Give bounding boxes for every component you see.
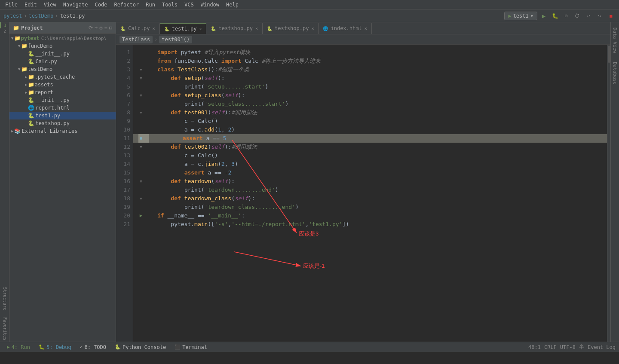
tree-init2[interactable]: ▶ 🐍 __init__.py	[9, 96, 116, 104]
fold-test002[interactable]: ▼	[133, 143, 149, 151]
menu-tools[interactable]: Tools	[159, 1, 181, 9]
event-log-label[interactable]: Event Log	[588, 344, 616, 350]
debug-button-bottom[interactable]: 🐛 5: Debug	[35, 343, 75, 351]
breadcrumb-pytest[interactable]: pytest	[3, 13, 22, 19]
sync-icon[interactable]: ⟳	[89, 25, 93, 31]
run-config-dropdown[interactable]: ▶ test1 ▾	[504, 12, 537, 20]
run-forward-button[interactable]: ↪	[595, 11, 604, 21]
tree-report-html[interactable]: ▶ 🌐 report.html	[9, 104, 116, 112]
scrollbar-track[interactable]	[607, 45, 610, 342]
run-green-button[interactable]: ▶	[539, 11, 549, 21]
menu-window[interactable]: Window	[197, 1, 223, 9]
tree-report[interactable]: ▶ 📁 report	[9, 89, 116, 96]
terminal-label: Terminal	[182, 344, 207, 350]
sidebar-tab-favorites[interactable]: 2	[0, 28, 9, 34]
left-sidebar-icons: 1 2 Structure Favorites	[0, 22, 9, 342]
tree-label-init2: __init__.py	[35, 97, 69, 103]
gear-icon[interactable]: ≡	[104, 25, 107, 31]
bc-testclass[interactable]: TestClass	[120, 36, 153, 43]
run-debug-button[interactable]: 🐛	[550, 11, 560, 21]
folder-icon-assets: 📁	[28, 82, 34, 88]
tab-close-index[interactable]: ×	[365, 26, 367, 31]
sidebar-tab-structure[interactable]: Structure	[0, 281, 9, 316]
python-console-label: Python Console	[123, 344, 166, 350]
tab-label-index: index.html	[331, 25, 362, 31]
tree-funcdemo[interactable]: ▼ 📁 funcDemo	[9, 42, 116, 50]
code-editor[interactable]: 12345 678910 1112131415 1617181920 21 ▼ …	[116, 45, 610, 342]
annotation-3: 应该是3	[299, 229, 319, 238]
menu-code[interactable]: Code	[92, 1, 111, 9]
fold-class[interactable]: ▼	[133, 65, 149, 74]
python-console-button[interactable]: 🐍 Python Console	[111, 343, 169, 351]
tab-testshop1[interactable]: 🐍 testshop.py ×	[206, 23, 263, 34]
line-content-17: print('teardown........end')	[157, 186, 605, 194]
fold-setup[interactable]: ▼	[133, 74, 149, 83]
sidebar-tab-database[interactable]: Database	[611, 58, 619, 88]
fold-setup-class[interactable]: ▼	[133, 91, 149, 100]
todo-button-bottom[interactable]: ✓ 6: TODO	[77, 343, 110, 351]
run-stop-button[interactable]: ◼	[606, 11, 616, 21]
run-back-button[interactable]: ↩	[584, 11, 593, 21]
settings-icon[interactable]: ⚙	[99, 25, 102, 31]
tree-pytest-cache[interactable]: ▶ 📁 .pytest_cache	[9, 73, 116, 81]
collapse-icon[interactable]: ⊟	[109, 25, 112, 31]
editor-area: 🐍 Calc.py × 🐍 test1.py × 🐍 testshop.py ×…	[116, 22, 610, 342]
scrollbar-thumb[interactable]	[608, 46, 610, 63]
add-file-icon[interactable]: +	[95, 25, 98, 31]
title-bar: pytest › testDemo › test1.py ▶ test1 ▾ ▶…	[0, 9, 619, 22]
tree-test1[interactable]: ▶ 🐍 test1.py	[9, 112, 116, 119]
libs-icon: 📚	[14, 128, 21, 134]
sidebar-tab-dataview[interactable]: Data View	[611, 24, 619, 57]
tab-calc[interactable]: 🐍 Calc.py ×	[116, 23, 160, 34]
menu-edit[interactable]: Edit	[21, 1, 40, 9]
encoding-label: UTF-8	[560, 344, 576, 350]
line-content-2: from funcDemo.Calc import Calc #将上一步方法导入…	[157, 57, 605, 65]
line-content-3: class TestClass():#创建一个类	[157, 65, 605, 74]
tab-test1[interactable]: 🐍 test1.py ×	[160, 23, 207, 34]
main-content: 1 2 Structure Favorites 📁 Project ⟳ + ⚙ …	[0, 22, 619, 342]
breadcrumb-testdemo[interactable]: testDemo	[29, 13, 54, 19]
sidebar-tab-favorites2[interactable]: Favorites	[0, 316, 9, 342]
tree-assets[interactable]: ▶ 📁 assets	[9, 81, 116, 89]
code-line-10: a = c.add(1, 2)	[156, 125, 607, 134]
run-coverage-button[interactable]: ⊙	[561, 11, 571, 21]
menu-vcs[interactable]: VCS	[181, 1, 197, 9]
tab-index[interactable]: 🌐 index.html ×	[319, 23, 371, 34]
line-content-4: def setup(self):	[157, 74, 605, 83]
menu-view[interactable]: View	[40, 1, 60, 9]
menu-help[interactable]: Help	[223, 1, 242, 9]
run-button-bottom[interactable]: ▶ 4: Run	[3, 343, 34, 351]
tree-testshop[interactable]: ▶ 🐍 testshop.py	[9, 119, 116, 127]
run-profile-button[interactable]: ⏱	[573, 11, 582, 21]
tab-close-test1[interactable]: ×	[199, 27, 202, 31]
debug-icon-bottom: 🐛	[39, 344, 45, 350]
menu-run[interactable]: Run	[142, 1, 159, 9]
tree-testdemo[interactable]: ▼ 📁 testDemo	[9, 65, 116, 73]
run-marker-line20[interactable]: ▶	[133, 211, 149, 220]
code-line-12: def test002(self):#调用减法	[156, 143, 607, 151]
fold-teardown-class[interactable]: ▼	[133, 194, 149, 203]
menu-refactor[interactable]: Refactor	[110, 1, 142, 9]
fold-test001[interactable]: ▼	[133, 108, 149, 117]
tab-close-testshop1[interactable]: ×	[255, 26, 258, 31]
project-panel: 📁 Project ⟳ + ⚙ ≡ ⊟ ▼ 📁 pytest C:\Users\…	[9, 22, 116, 342]
tree-root-pytest[interactable]: ▼ 📁 pytest C:\Users\apple\Desktop\	[9, 34, 116, 42]
code-line-2: from funcDemo.Calc import Calc #将上一步方法导入…	[156, 57, 607, 65]
code-content[interactable]: ▼ ▼ ▼ ▼ ▼ ▼ ▼	[133, 45, 607, 342]
tab-testshop2[interactable]: 🐍 testshop.py ×	[263, 23, 319, 34]
tree-calc[interactable]: ▶ 🐍 Calc.py	[9, 58, 116, 65]
terminal-button[interactable]: ⬛ Terminal	[171, 343, 211, 351]
menu-file[interactable]: File	[2, 1, 21, 9]
folder-icon-pytest: 📁	[14, 35, 21, 41]
tree-external-libs[interactable]: ▶ 📚 External Libraries	[9, 127, 116, 135]
debug-label-bottom: 5: Debug	[46, 344, 71, 350]
bc-test001[interactable]: test001()	[159, 36, 192, 43]
fold-teardown[interactable]: ▼	[133, 177, 149, 186]
tree-label-testshop: testshop.py	[35, 120, 69, 126]
tree-init1[interactable]: ▶ 🐍 __init__.py	[9, 50, 116, 58]
breadcrumb-file[interactable]: test1.py	[60, 13, 85, 19]
tab-close-testshop2[interactable]: ×	[311, 26, 314, 31]
menu-navigate[interactable]: Navigate	[60, 1, 92, 9]
tab-close-calc[interactable]: ×	[153, 26, 155, 31]
sidebar-tab-project[interactable]: 1	[0, 22, 9, 28]
